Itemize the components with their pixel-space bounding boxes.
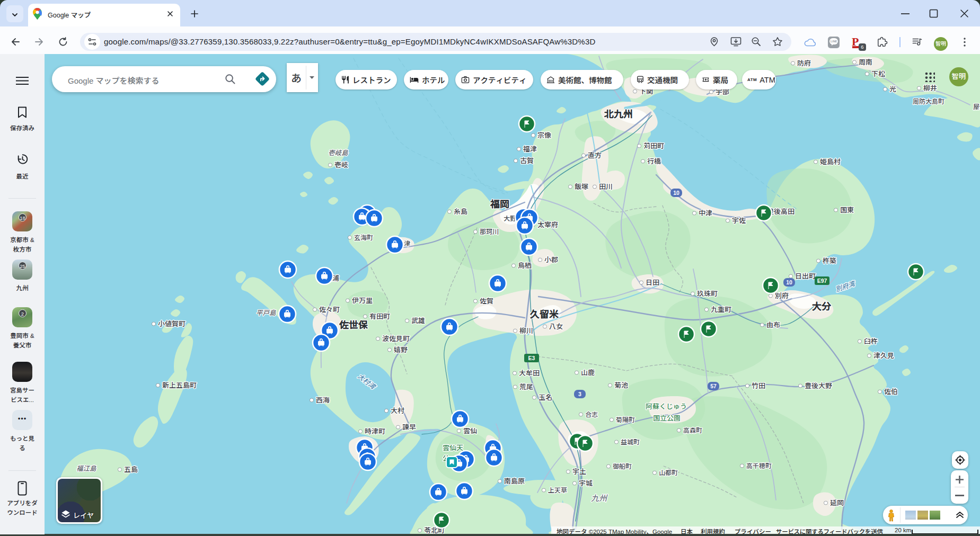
svg-text:宇城: 宇城	[579, 479, 593, 487]
svg-text:津: 津	[404, 240, 410, 247]
svg-text:豊後大野: 豊後大野	[805, 382, 832, 390]
svg-text:北九州: 北九州	[604, 109, 633, 120]
svg-text:下松: 下松	[871, 70, 885, 78]
svg-text:宇土: 宇土	[572, 468, 586, 476]
svg-text:小値賀町: 小値賀町	[158, 320, 186, 328]
svg-text:日田: 日田	[646, 279, 659, 287]
svg-text:行橋: 行橋	[647, 157, 661, 165]
svg-text:壱岐島: 壱岐島	[328, 149, 349, 157]
svg-text:中津: 中津	[699, 209, 712, 217]
svg-text:玉名: 玉名	[538, 394, 552, 401]
svg-text:臼杵: 臼杵	[864, 337, 878, 345]
svg-text:杵築: 杵築	[823, 257, 836, 265]
svg-text:嬉野: 嬉野	[394, 346, 408, 354]
svg-text:3: 3	[578, 391, 581, 397]
svg-text:武雄: 武雄	[411, 317, 425, 325]
svg-text:御船町: 御船町	[613, 463, 632, 470]
svg-text:宇佐: 宇佐	[732, 217, 746, 225]
svg-text:防府: 防府	[797, 59, 811, 67]
svg-text:時津町: 時津町	[365, 427, 385, 435]
svg-text:周南: 周南	[859, 58, 872, 66]
svg-text:南島原: 南島原	[504, 477, 525, 485]
svg-text:佐伯: 佐伯	[884, 388, 898, 396]
svg-text:九州: 九州	[591, 494, 608, 503]
svg-text:E3: E3	[528, 355, 535, 361]
svg-text:太宰府: 太宰府	[537, 221, 558, 229]
svg-text:福津: 福津	[523, 145, 537, 153]
svg-text:西海: 西海	[316, 396, 330, 404]
svg-text:高千穂町: 高千穂町	[746, 462, 772, 470]
svg-text:飯塚: 飯塚	[575, 183, 588, 191]
svg-text:菊池: 菊池	[614, 381, 628, 389]
svg-text:福岡: 福岡	[490, 199, 509, 210]
svg-text:雲仙: 雲仙	[463, 427, 477, 435]
svg-text:由布: 由布	[766, 321, 780, 329]
svg-text:五島: 五島	[124, 466, 138, 474]
svg-text:伊万里: 伊万里	[352, 297, 373, 305]
svg-text:直方: 直方	[588, 151, 602, 159]
svg-text:E97: E97	[817, 278, 827, 284]
svg-text:荒尾: 荒尾	[519, 383, 533, 391]
svg-text:山鹿: 山鹿	[581, 369, 595, 377]
svg-text:日出町: 日出町	[795, 272, 816, 280]
svg-text:小郡: 小郡	[544, 256, 558, 264]
svg-text:津久見: 津久見	[873, 352, 894, 360]
svg-text:八女: 八女	[549, 323, 563, 330]
svg-text:周防大島町: 周防大島町	[913, 98, 944, 105]
svg-text:山都町: 山都町	[659, 469, 678, 477]
svg-text:玄海町: 玄海町	[354, 234, 373, 242]
svg-text:屋代: 屋代	[973, 103, 980, 111]
svg-text:高森町: 高森町	[683, 427, 702, 434]
svg-text:姫島村: 姫島村	[820, 158, 841, 166]
svg-text:有田町: 有田町	[369, 312, 390, 320]
svg-text:菊陽町: 菊陽町	[616, 416, 635, 424]
svg-text:新上五島町: 新上五島町	[162, 381, 197, 389]
svg-text:益城町: 益城町	[621, 439, 640, 446]
svg-text:那珂川: 那珂川	[480, 228, 499, 236]
svg-text:大村: 大村	[391, 407, 404, 415]
svg-text:雲仙天: 雲仙天	[443, 444, 463, 452]
svg-text:延岡: 延岡	[830, 499, 844, 507]
svg-text:福江島: 福江島	[76, 465, 97, 472]
svg-text:糸島: 糸島	[454, 208, 467, 216]
svg-text:大牟田: 大牟田	[519, 369, 540, 377]
svg-text:光: 光	[889, 85, 896, 93]
svg-text:10: 10	[673, 190, 679, 196]
svg-text:佐賀: 佐賀	[480, 297, 493, 305]
svg-text:10: 10	[786, 279, 792, 285]
svg-text:佐世保: 佐世保	[339, 320, 368, 330]
svg-text:合志: 合志	[585, 411, 598, 418]
svg-text:波佐見町: 波佐見町	[382, 335, 410, 343]
svg-text:宗像: 宗像	[537, 131, 551, 139]
svg-text:久留米: 久留米	[529, 309, 559, 320]
svg-text:平戸島: 平戸島	[256, 309, 277, 317]
svg-text:57: 57	[710, 383, 717, 389]
svg-text:苅田町: 苅田町	[643, 142, 664, 150]
svg-text:佐々町: 佐々町	[319, 306, 340, 314]
svg-text:鳥栖: 鳥栖	[518, 262, 532, 270]
svg-text:上天草: 上天草	[548, 487, 567, 494]
svg-text:柳川: 柳川	[519, 327, 533, 335]
svg-text:壱岐: 壱岐	[334, 161, 348, 169]
svg-text:古賀: 古賀	[520, 157, 534, 165]
svg-text:大分: 大分	[812, 301, 832, 312]
svg-text:阿蘇くじゅう: 阿蘇くじゅう	[646, 403, 687, 410]
svg-text:柳井: 柳井	[923, 84, 937, 92]
svg-text:田川: 田川	[599, 183, 613, 191]
svg-text:国東: 国東	[840, 206, 854, 214]
svg-text:竹田: 竹田	[752, 382, 765, 390]
svg-text:国立公園: 国立公園	[653, 414, 681, 422]
svg-text:別府: 別府	[775, 292, 789, 300]
svg-text:諫早: 諫早	[402, 423, 416, 431]
svg-text:九重町: 九重町	[711, 306, 731, 314]
svg-text:玖珠町: 玖珠町	[697, 290, 718, 298]
